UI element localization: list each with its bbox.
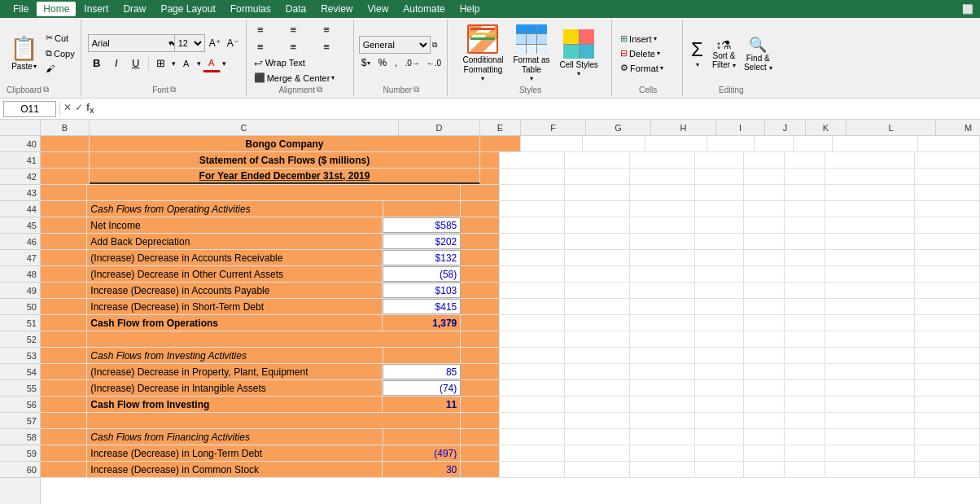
dollar-button[interactable]: $ ▾ [359, 55, 374, 70]
cell-f40[interactable] [521, 136, 583, 151]
bold-button[interactable]: B [88, 55, 106, 72]
percent-button[interactable]: % [374, 55, 390, 70]
col-header-b[interactable]: B [41, 120, 90, 135]
col-header-g[interactable]: G [586, 120, 651, 135]
row-46[interactable]: 46 [0, 234, 40, 250]
row-40[interactable]: 40 [0, 136, 40, 152]
cell-d56[interactable]: 11 [383, 397, 461, 412]
menu-home[interactable]: Home [37, 2, 76, 16]
borders-button[interactable]: ⊞ [152, 55, 170, 72]
row-50[interactable]: 50 [0, 299, 40, 315]
cell-d51[interactable]: 1,379 [383, 315, 461, 331]
align-middle-button[interactable]: ≡ [284, 21, 302, 37]
menu-view[interactable]: View [361, 2, 396, 16]
menu-review[interactable]: Review [314, 2, 359, 16]
decrease-font-button[interactable]: A⁻ [225, 35, 241, 51]
cell-c51[interactable]: Cash Flow from Operations [87, 315, 383, 331]
row-54[interactable]: 54 [0, 364, 40, 380]
row-45[interactable]: 45 [0, 217, 40, 234]
col-header-k[interactable]: K [806, 120, 847, 135]
number-expand-icon[interactable]: ⧉ [413, 85, 419, 94]
col-header-f[interactable]: F [521, 120, 586, 135]
row-44[interactable]: 44 [0, 201, 40, 217]
cell-c44[interactable]: Cash Flows from Operating Activities [87, 201, 383, 217]
row-60[interactable]: 60 [0, 462, 40, 478]
comma-button[interactable]: , [392, 55, 400, 70]
row-57[interactable]: 57 [0, 413, 40, 429]
cell-c59[interactable]: Increase (Decrease) in Long-Term Debt [87, 445, 383, 461]
menu-automate[interactable]: Automate [396, 2, 451, 16]
row-53[interactable]: 53 [0, 348, 40, 364]
cell-m40[interactable] [918, 136, 980, 151]
font-name-select[interactable]: Arial [88, 34, 182, 52]
cell-c53[interactable]: Cash Flows from Investing Activities [87, 348, 383, 363]
cell-c46[interactable]: Add Back Depreciation [87, 234, 383, 249]
cell-d46[interactable]: $202 [383, 234, 461, 249]
sum-button[interactable]: Σ ▾ [688, 37, 707, 70]
row-49[interactable]: 49 [0, 283, 40, 299]
format-painter-button[interactable]: 🖌 [43, 62, 77, 75]
cell-b42[interactable] [41, 169, 90, 184]
font-expand-icon[interactable]: ⧉ [170, 85, 176, 94]
format-button[interactable]: ⚙ Format ▾ [617, 61, 679, 75]
decrease-decimal-button[interactable]: ←.0 [424, 57, 444, 69]
cell-i40[interactable] [707, 136, 754, 151]
confirm-formula-icon[interactable]: ✓ [75, 102, 83, 115]
clipboard-expand-icon[interactable]: ⧉ [43, 85, 49, 94]
menu-help[interactable]: Help [453, 2, 487, 16]
increase-decimal-button[interactable]: .0→ [402, 57, 422, 69]
cell-c45[interactable]: Net Income [87, 217, 383, 233]
cell-d60[interactable]: 30 [383, 462, 461, 477]
col-header-m[interactable]: M [936, 120, 980, 135]
cell-d47[interactable]: $132 [383, 250, 461, 265]
menu-data[interactable]: Data [279, 2, 313, 16]
col-header-h[interactable]: H [651, 120, 716, 135]
cell-c48[interactable]: (Increase) Decrease in Other Current Ass… [87, 266, 383, 282]
row-47[interactable]: 47 [0, 250, 40, 266]
font-color-button[interactable]: A [203, 55, 221, 72]
row-43[interactable]: 43 [0, 185, 40, 201]
font-color-dropdown[interactable]: ▾ [222, 59, 226, 68]
menu-file[interactable]: File [7, 2, 35, 16]
find-select-button[interactable]: 🔍 Find & Select ▾ [742, 34, 775, 73]
paste-button[interactable]: 📋 Paste ▾ [7, 33, 42, 72]
cell-e40[interactable] [480, 136, 521, 151]
cell-l40[interactable] [833, 136, 918, 151]
cell-c55[interactable]: (Increase) Decrease in Intangible Assets [87, 380, 383, 396]
row-48[interactable]: 48 [0, 266, 40, 283]
cell-k40[interactable] [794, 136, 833, 151]
col-header-j[interactable]: J [765, 120, 806, 135]
number-expand-btn[interactable]: ⧉ [432, 41, 437, 50]
col-header-d[interactable]: D [399, 120, 480, 135]
cell-c50[interactable]: Increase (Decrease) in Short-Term Debt [87, 299, 383, 314]
cell-reference-box[interactable] [3, 101, 56, 117]
cell-j40[interactable] [755, 136, 794, 151]
align-left-button[interactable]: ≡ [252, 38, 269, 55]
copy-button[interactable]: ⧉ Copy [43, 46, 77, 60]
format-as-table-button[interactable]: Format as Table ▾ [510, 23, 553, 84]
cell-b41[interactable] [41, 152, 90, 168]
col-header-l[interactable]: L [847, 120, 936, 135]
corner-cell[interactable] [0, 120, 41, 135]
insert-button[interactable]: ⊞ Insert ▾ [617, 32, 679, 46]
align-bottom-button[interactable]: ≡ [317, 21, 335, 37]
row-59[interactable]: 59 [0, 445, 40, 462]
align-center-button[interactable]: ≡ [284, 38, 302, 55]
italic-button[interactable]: I [107, 55, 125, 72]
cell-c47[interactable]: (Increase) Decrease in Accounts Receivab… [87, 250, 383, 265]
wrap-text-button[interactable]: ⮐ Wrap Text [252, 56, 308, 69]
row-42[interactable]: 42 [0, 169, 40, 185]
cut-button[interactable]: ✂ Cut [43, 31, 77, 45]
col-header-e[interactable]: E [480, 120, 521, 135]
cell-c56[interactable]: Cash Flow from Investing [87, 397, 383, 412]
cell-c60[interactable]: Increase (Decrease) in Common Stock [87, 462, 383, 477]
cell-c49[interactable]: Increase (Decrease) in Accounts Payable [87, 283, 383, 298]
cell-g40[interactable] [583, 136, 645, 151]
conditional-formatting-button[interactable]: Conditional Formatting ▾ [459, 23, 506, 84]
cell-d54[interactable]: 85 [383, 364, 461, 379]
cell-d49[interactable]: $103 [383, 283, 461, 298]
row-41[interactable]: 41 [0, 152, 40, 169]
sort-filter-button[interactable]: ↕⚗ Sort & Filter ▾ [710, 37, 738, 71]
cancel-formula-icon[interactable]: ✕ [63, 102, 72, 115]
borders-dropdown[interactable]: ▾ [172, 59, 176, 68]
